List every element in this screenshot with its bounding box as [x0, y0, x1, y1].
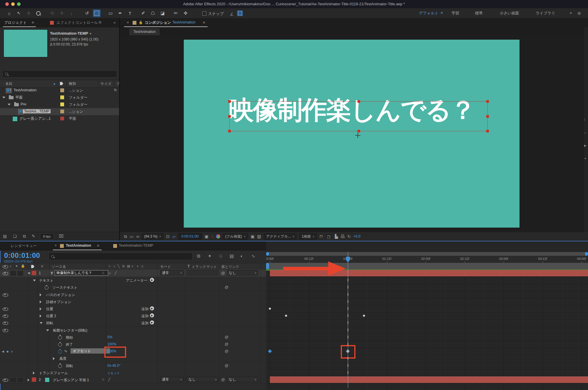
selection-handle[interactable] [358, 130, 360, 132]
timeline-row-layer-1[interactable]: 1T映像制作楽しんでる？♧☼╱通常∨@なし∨ [0, 270, 266, 277]
timeline-row-path-options[interactable]: パスのオプション [0, 291, 266, 298]
parent-pick-whip-icon[interactable]: @ [221, 377, 225, 382]
timeline-row-advanced[interactable]: 高度 [0, 355, 266, 362]
eye-visibility-icon[interactable] [3, 307, 8, 311]
grid-guides-icon[interactable]: ▨ [257, 234, 261, 239]
navigator-start-handle[interactable] [266, 252, 269, 256]
previous-keyframe-icon[interactable]: ◀ [2, 350, 4, 353]
tab-effect-controls[interactable]: エフェクトコントロール R [56, 20, 111, 25]
magnification-select[interactable]: (94.3 %)∨ [142, 233, 163, 240]
property-value-rotation-value[interactable]: 0x-45.0° [107, 364, 121, 368]
graph-editor-icon[interactable]: ∿ [251, 254, 255, 258]
mask-path-visibility-icon[interactable]: ▣ [251, 234, 255, 239]
composition-tab-name[interactable]: TextAnimation [172, 20, 196, 24]
property-value-end[interactable]: 100% [107, 342, 116, 346]
animator-keyframe-dot[interactable] [363, 315, 365, 317]
workspace-menu-icon[interactable]: ≡ [441, 11, 443, 15]
frame-blending-icon[interactable]: ▤ [230, 254, 234, 258]
hide-shy-layers-icon[interactable]: ♧ [219, 254, 223, 258]
layer-switch-icon[interactable]: ♧ [102, 271, 105, 275]
add-animator-button[interactable]: ▶ [150, 306, 154, 310]
eye-visibility-icon[interactable] [3, 293, 8, 297]
timeline-search-input[interactable] [49, 253, 193, 260]
track-matte-box[interactable] [187, 270, 218, 275]
draft-3d-icon[interactable]: ✦ [208, 254, 212, 258]
project-item-Pre[interactable]: Preフォルダー [0, 101, 119, 108]
stopwatch-icon[interactable] [58, 336, 62, 339]
roto-brush-tool-icon[interactable]: ✄ [172, 9, 180, 17]
stopwatch-icon[interactable] [58, 364, 62, 368]
snap-control[interactable]: スナップ [202, 11, 224, 16]
property-name-layer-2[interactable]: グレー系シアン 平面 1 [53, 378, 89, 383]
project-item-平面[interactable]: 平面フォルダー [0, 94, 119, 101]
workspace-settings-icon[interactable]: ⚙ [577, 11, 581, 15]
region-of-interest-icon[interactable]: ⊡ [166, 234, 170, 239]
timeline-row-transform[interactable]: トランスフォームリセット [0, 369, 266, 376]
twirl-right-icon[interactable] [40, 315, 41, 317]
parent-link-column[interactable]: 親とリンク [221, 264, 239, 269]
home-tool-icon[interactable]: ⌂ [5, 9, 13, 17]
camera-tool-icon[interactable] [93, 9, 101, 17]
effects-presets-panel-icon[interactable]: ✦ [584, 157, 587, 160]
current-time-display[interactable]: 0:00:01:00 [4, 251, 40, 260]
lock-icon[interactable]: 🔓 [139, 21, 143, 24]
orbit-camera-tool-icon[interactable]: ⟲ [48, 9, 56, 17]
source-name-column[interactable]: ソース名 [52, 264, 66, 269]
keyframe-diamond[interactable] [268, 349, 272, 354]
composition-canvas[interactable]: 映像制作楽しんでる？ [184, 40, 519, 228]
label-color-chip[interactable] [60, 95, 64, 99]
twirl-right-icon[interactable] [53, 357, 55, 360]
pixel-aspect-icon[interactable]: ⊓ [320, 234, 323, 239]
animator-keyframe-dot[interactable] [285, 315, 287, 317]
timeline-row-rotation-animator[interactable]: 回転追加:▶ [0, 319, 266, 327]
timeline-row-rotation-value[interactable]: 回転0x-45.0°@ [0, 362, 266, 369]
selection-handle[interactable] [486, 115, 489, 118]
twirl-down-icon[interactable] [8, 104, 11, 105]
anchor-point-icon[interactable] [355, 133, 360, 138]
flowchart-icon[interactable]: 品 [341, 234, 345, 239]
snapshot-icon[interactable]: ▣ [205, 234, 208, 239]
time-navigator-bar[interactable] [266, 252, 588, 256]
eraser-tool-icon[interactable]: ◪ [159, 9, 166, 17]
interpret-footage-icon[interactable]: ▤ [3, 234, 7, 238]
tab-timeline-textanimation-temp[interactable]: TextAnimation-TEMP [119, 243, 153, 248]
property-name-position-2[interactable]: 位置 2 [46, 314, 56, 319]
pick-whip-icon[interactable]: @ [225, 349, 228, 353]
eye-visibility-icon[interactable] [3, 379, 8, 382]
twirl-right-icon[interactable] [40, 300, 41, 303]
exposure-field[interactable]: +0.0 [353, 234, 360, 238]
layer-name-field[interactable]: 映像制作楽しんでる？ [55, 270, 108, 276]
property-name-start[interactable]: 開始 [66, 335, 73, 340]
active-camera-select[interactable]: アクティブカ...∨ [264, 233, 297, 240]
eye-visibility-icon[interactable] [3, 315, 8, 318]
property-name-text-group[interactable]: テキスト [39, 278, 54, 283]
property-value-transform[interactable]: リセット [107, 371, 120, 375]
layer-switch-icon[interactable]: ♧ [102, 378, 105, 381]
composition-panel-menu-icon[interactable]: ≡ [203, 20, 205, 25]
property-name-offset[interactable]: オフセット [71, 348, 110, 354]
layer-color-chip[interactable] [32, 271, 36, 275]
new-composition-icon[interactable]: ⧉ [23, 234, 26, 238]
timeline-row-range-selector[interactable]: 範囲セレクター(回転) [0, 327, 266, 334]
time-ruler[interactable]: 0:00f00:12f01:00f01:12f02:00f02:12f03:00… [266, 256, 588, 263]
twirl-down-icon[interactable] [46, 330, 49, 331]
layer-switch-icon[interactable]: ╱ [115, 271, 117, 275]
layer-duration-bar[interactable] [270, 376, 588, 383]
parent-pick-whip-icon[interactable]: @ [221, 271, 225, 275]
pick-whip-icon[interactable]: @ [225, 335, 228, 339]
property-value-start[interactable]: 0% [107, 335, 112, 339]
tab-project[interactable]: プロジェクト [4, 20, 27, 25]
current-time-field[interactable]: 0:00:01:00 [178, 233, 202, 240]
twirl-down-icon[interactable] [40, 322, 43, 324]
mask-shape-tool-icon[interactable]: ▭ [107, 9, 114, 17]
preview-item-name[interactable]: TextAnimation-TEMP ▼ [50, 31, 92, 36]
eye-visibility-icon[interactable] [3, 322, 8, 325]
close-tab-icon[interactable]: × [127, 21, 129, 24]
preview-panel-icon[interactable]: ▶ [584, 144, 587, 147]
transparency-grid-icon[interactable]: ▱ [172, 234, 176, 239]
project-item-グレー系シアン...1[interactable]: グレー系シアン...1平面 [0, 115, 119, 122]
timeline-panel-menu-icon[interactable]: ≡ [97, 243, 99, 248]
pick-whip-icon[interactable]: @ [225, 342, 228, 346]
column-extra[interactable]: フ [116, 81, 120, 86]
property-name-range-selector[interactable]: 範囲セレクター(回転) [53, 328, 87, 333]
